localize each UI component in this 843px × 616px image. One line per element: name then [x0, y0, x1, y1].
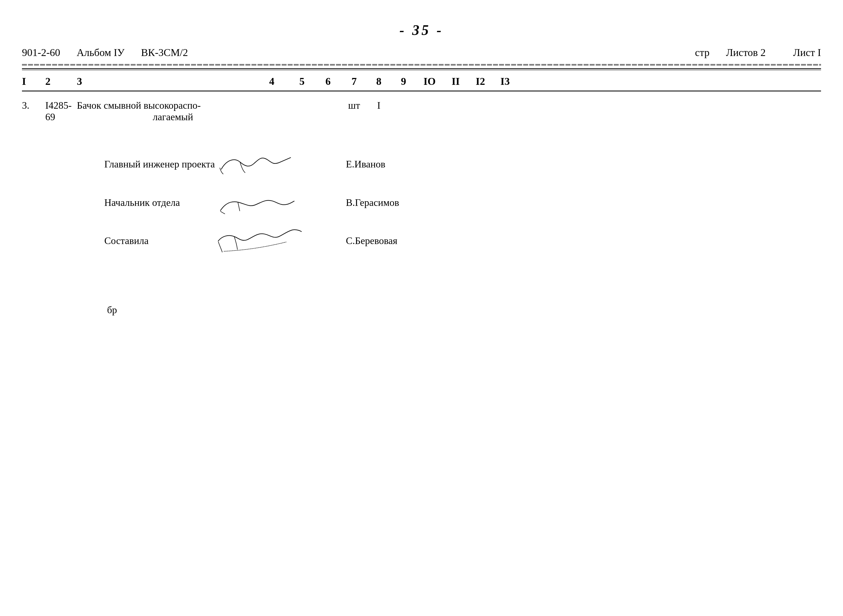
table-row: 3. I4285-69 Бачок смывной высокораспо- л…	[22, 91, 821, 125]
row-col3: Бачок смывной высокораспо- лагаемый	[77, 100, 247, 123]
dept-head-sig	[218, 190, 324, 220]
row-col2: I4285-69	[45, 100, 69, 123]
th-col9: 9	[393, 75, 415, 87]
th-col6: 6	[316, 75, 340, 87]
th-col8: 8	[368, 75, 390, 87]
chief-engineer-name: Е.Иванов	[346, 158, 386, 170]
compiled-name: С.Беревовая	[346, 235, 397, 246]
str-label: стр	[695, 46, 710, 59]
row-col1: 3.	[22, 100, 37, 111]
compiled-row: Составила С.Беревовая	[104, 235, 821, 263]
doc-id: 901-2-60	[22, 46, 60, 59]
th-col1: I	[22, 75, 37, 87]
chief-engineer-sig	[217, 147, 324, 181]
dept-head-name: В.Герасимов	[346, 197, 399, 208]
th-col5: 5	[291, 75, 313, 87]
code: ВК-3СМ/2	[141, 46, 188, 59]
dept-head-label: Начальник отдела	[104, 197, 220, 208]
th-col7: 7	[343, 75, 365, 87]
th-col4: 4	[255, 75, 288, 87]
list-label: Лист I	[793, 46, 821, 59]
th-col10: IO	[417, 75, 442, 87]
th-col12: I2	[469, 75, 491, 87]
compiled-label: Составила	[104, 235, 220, 246]
row-col7: шт	[343, 100, 365, 111]
divider-top	[22, 68, 821, 69]
signatures-section: Главный инженер проекта Е.Иванов Начальн…	[104, 158, 821, 263]
chief-engineer-row: Главный инженер проекта Е.Иванов	[104, 158, 821, 184]
wavy-divider-top	[22, 64, 821, 66]
th-col11: II	[445, 75, 467, 87]
document-page: - 35 - 901-2-60 Альбом IУ ВК-3СМ/2 стр Л…	[0, 0, 843, 616]
album-label: Альбом IУ	[76, 46, 125, 59]
row-col8: I	[368, 100, 390, 111]
listov-label: Листов 2	[726, 46, 766, 59]
header-row: 901-2-60 Альбом IУ ВК-3СМ/2 стр Листов 2…	[22, 46, 821, 59]
footer-note: бр	[107, 304, 821, 316]
th-col2: 2	[45, 75, 69, 87]
row-col3-line1: Бачок смывной высокораспо-	[77, 100, 247, 111]
th-col13: I3	[494, 75, 516, 87]
page-number: - 35 -	[22, 22, 821, 38]
compiled-sig	[216, 219, 323, 261]
chief-engineer-label: Главный инженер проекта	[104, 158, 220, 170]
row-col3-line2: лагаемый	[77, 111, 247, 123]
th-col3: 3	[77, 75, 247, 87]
table-header-row: I 2 3 4 5 6 7 8 9 IO II I2 I3	[22, 70, 821, 91]
dept-head-row: Начальник отдела В.Герасимов	[104, 197, 821, 222]
